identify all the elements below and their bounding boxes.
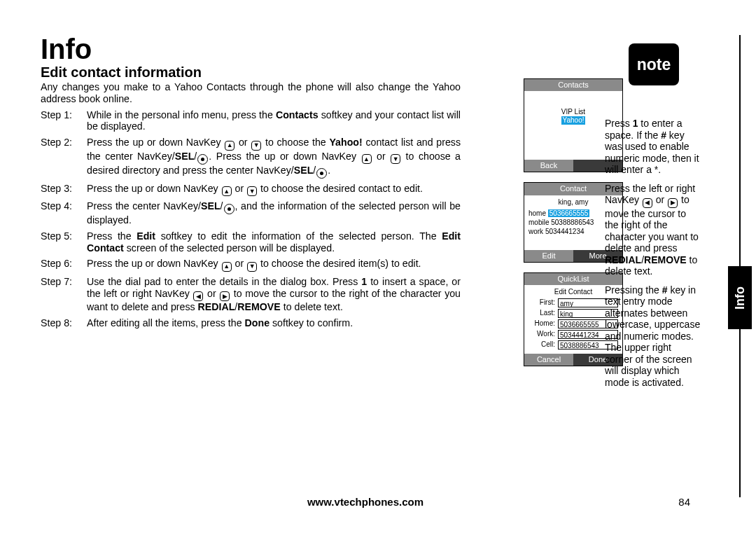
navkey-up-icon: ▲ xyxy=(225,141,234,151)
screen-title: Contacts xyxy=(524,79,622,91)
side-tab-info: Info xyxy=(728,266,752,329)
navkey-sel-icon xyxy=(197,154,208,165)
list-item-selected: Yahoo! xyxy=(561,116,586,125)
step-label: Step 5: xyxy=(41,230,87,254)
phone-home: 5036665555 xyxy=(548,209,590,217)
navkey-right-icon: ▶ xyxy=(668,198,678,208)
navkey-down-icon: ▼ xyxy=(247,262,257,272)
step-4: Step 4: Press the center NavKey/SEL/, an… xyxy=(41,200,461,226)
step-label: Step 4: xyxy=(41,200,87,226)
step-label: Step 6: xyxy=(41,258,87,272)
phone-mobile: 50388886543 xyxy=(551,219,594,226)
navkey-sel-icon xyxy=(316,168,327,179)
step-7: Step 7: Use the dial pad to enter the de… xyxy=(41,276,461,313)
step-3: Step 3: Press the up or down NavKey ▲ or… xyxy=(41,183,461,197)
note-text: Press 1 to enter a space. If the # key w… xyxy=(605,118,701,395)
navkey-left-icon: ◀ xyxy=(193,291,203,301)
navkey-up-icon: ▲ xyxy=(222,186,232,196)
step-label: Step 1: xyxy=(41,109,87,133)
note-badge: note xyxy=(629,43,679,85)
step-8: Step 8: After editing all the items, pre… xyxy=(41,317,461,329)
step-2: Step 2: Press the up or down NavKey ▲ or… xyxy=(41,137,461,179)
step-5: Step 5: Press the Edit softkey to edit t… xyxy=(41,230,461,254)
intro-text: Any changes you make to a Yahoo Contacts… xyxy=(41,81,461,105)
step-6: Step 6: Press the up or down NavKey ▲ or… xyxy=(41,258,461,272)
softkey-cancel: Cancel xyxy=(524,354,573,366)
step-label: Step 2: xyxy=(41,137,87,179)
steps-list: Step 1: While in the personal info menu,… xyxy=(41,109,461,329)
step-1: Step 1: While in the personal info menu,… xyxy=(41,109,461,133)
navkey-sel-icon xyxy=(224,204,234,214)
navkey-right-icon: ▶ xyxy=(220,291,230,301)
footer-url: www.vtechphones.com xyxy=(307,496,424,508)
navkey-up-icon: ▲ xyxy=(222,262,232,272)
page-number: 84 xyxy=(678,496,690,508)
side-rule xyxy=(739,329,741,497)
step-label: Step 3: xyxy=(41,183,87,197)
softkey-back: Back xyxy=(524,160,573,172)
navkey-down-icon: ▼ xyxy=(247,186,257,196)
side-rule xyxy=(739,35,741,266)
navkey-up-icon: ▲ xyxy=(362,154,372,164)
navkey-down-icon: ▼ xyxy=(391,154,400,164)
phone-work: 5034441234 xyxy=(545,228,584,235)
step-label: Step 8: xyxy=(41,317,87,329)
softkey-edit: Edit xyxy=(524,250,573,262)
list-item: VIP List xyxy=(528,108,618,116)
navkey-down-icon: ▼ xyxy=(251,141,261,151)
step-label: Step 7: xyxy=(41,276,87,313)
navkey-left-icon: ◀ xyxy=(643,198,652,208)
